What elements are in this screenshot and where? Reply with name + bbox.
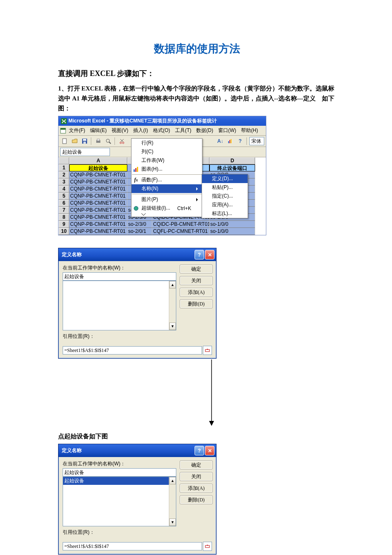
ref-input[interactable]: [63, 346, 202, 355]
ref-collapse-icon[interactable]: [203, 346, 212, 355]
insert-menu-function[interactable]: fx 函数(F)...: [131, 176, 202, 184]
print-icon[interactable]: [94, 137, 103, 146]
scroll-down-icon[interactable]: ▼: [169, 323, 176, 330]
menu-format[interactable]: 格式(O): [151, 127, 172, 134]
insert-menu-chart[interactable]: 图表(H)...: [131, 165, 202, 174]
font-selector[interactable]: 宋体: [249, 137, 264, 145]
column-header[interactable]: A: [69, 157, 127, 164]
svg-rect-18: [137, 167, 138, 172]
ref-label: 引用位置(R)：: [63, 333, 176, 340]
sort-asc-icon[interactable]: A↓: [216, 137, 225, 146]
cell[interactable]: CQIDC-PB-CMNET-RT01: [152, 221, 209, 228]
cell[interactable]: CQNP-PB-CMNET-RT01: [69, 207, 127, 214]
instruction-paragraph: 1、打开 EXCEL 表格，在第一行中输入每个字段的字段名，字段名（黄字部分）不…: [58, 83, 336, 113]
scrollbar[interactable]: ▲ ▼: [169, 477, 176, 526]
cell[interactable]: CQNP-PB-CMNET-RT01: [69, 228, 127, 235]
scroll-up-icon[interactable]: ▲: [169, 281, 176, 289]
cell[interactable]: so-2/3/0: [127, 221, 152, 228]
cell[interactable]: so-2/0/1: [127, 228, 152, 235]
insert-menu-cols[interactable]: 列(C): [131, 147, 202, 156]
delete-button[interactable]: 删除(D): [180, 495, 213, 504]
excel-window: Microsoft Excel - 重庆移动CMNET三期项目所涉及的设备标签统…: [58, 116, 266, 235]
name-submenu-define[interactable]: 定义(D)...: [202, 174, 248, 183]
menu-window[interactable]: 窗口(W): [216, 127, 238, 134]
insert-menu-worksheet[interactable]: 工作表(W): [131, 156, 202, 165]
cell[interactable]: so-1/0/0: [209, 221, 255, 228]
svg-rect-3: [63, 139, 66, 144]
cell[interactable]: CQNP-PB-CMNET-RT01: [69, 178, 127, 186]
names-listbox[interactable]: ▲ ▼: [63, 281, 176, 330]
svg-point-19: [134, 206, 138, 210]
menu-data[interactable]: 数据(D): [194, 127, 215, 134]
dialog-close-button[interactable]: ✕: [205, 446, 214, 455]
insert-menu-picture[interactable]: 图片(P): [131, 195, 202, 204]
new-icon[interactable]: [60, 137, 69, 146]
excel-app-icon: [61, 118, 67, 124]
header-cell[interactable]: 终止设备端口: [209, 164, 255, 171]
svg-rect-2: [61, 128, 66, 130]
header-cell[interactable]: 起始设备: [69, 164, 127, 171]
column-header[interactable]: D: [209, 157, 255, 164]
scroll-up-icon[interactable]: ▲: [169, 477, 176, 484]
insert-menu-expand-icon[interactable]: [131, 213, 202, 217]
name-input[interactable]: [63, 468, 176, 477]
menu-tools[interactable]: 工具(T): [173, 127, 193, 134]
chart-icon[interactable]: [226, 137, 235, 146]
menu-file[interactable]: 文件(F): [67, 127, 87, 134]
cell[interactable]: CQNP-PB-CMNET-RT01: [69, 171, 127, 178]
cell[interactable]: CQNP-PB-CMNET-RT01: [69, 200, 127, 207]
insert-menu-hyperlink[interactable]: 超级链接(I)... Ctrl+K: [131, 204, 202, 213]
insert-menu-rows[interactable]: 行(R): [131, 139, 202, 147]
excel-titlebar: Microsoft Excel - 重庆移动CMNET三期项目所涉及的设备标签统…: [58, 116, 266, 126]
dialog-close-button[interactable]: ✕: [205, 250, 214, 259]
add-button[interactable]: 添加(A): [180, 288, 213, 297]
name-input[interactable]: [63, 272, 176, 281]
name-submenu-label[interactable]: 标志(L)...: [202, 209, 248, 218]
name-submenu-apply[interactable]: 应用(A)...: [202, 200, 248, 209]
cell[interactable]: CQFL-PC-CMNET-RT01: [152, 228, 209, 235]
open-icon[interactable]: [70, 137, 79, 146]
cell[interactable]: CQNP-PB-CMNET-RT01: [69, 221, 127, 228]
name-submenu-create[interactable]: 指定(C)...: [202, 192, 248, 200]
svg-line-10: [109, 142, 111, 144]
svg-rect-14: [229, 140, 230, 143]
ok-button[interactable]: 确定: [180, 460, 213, 469]
delete-button[interactable]: 删除(D): [180, 299, 213, 308]
cell[interactable]: CQNP-PB-CMNET-RT01: [69, 186, 127, 193]
preview-icon[interactable]: [104, 137, 113, 146]
insert-menu-dropdown[interactable]: 行(R) 列(C) 工作表(W) 图表(H)... fx 函数(F)... 名称…: [131, 138, 202, 217]
cell[interactable]: so-1/0/0: [209, 228, 255, 235]
close-button[interactable]: 关闭: [180, 472, 213, 481]
name-submenu-paste[interactable]: 粘贴(P)...: [202, 183, 248, 192]
menu-insert[interactable]: 插入(I): [131, 127, 150, 134]
add-button[interactable]: 添加(A): [180, 484, 213, 493]
function-icon: fx: [133, 177, 139, 183]
ref-label: 引用位置(R)：: [63, 529, 176, 536]
dialog-titlebar: 定义名称 ? ✕: [58, 248, 216, 261]
dialog-help-button[interactable]: ?: [195, 250, 204, 259]
scroll-down-icon[interactable]: ▼: [169, 518, 176, 526]
list-item[interactable]: 起始设备: [63, 477, 176, 485]
menu-edit[interactable]: 编辑(E): [88, 127, 109, 134]
help-icon[interactable]: ?: [236, 137, 245, 146]
cell[interactable]: CQNP-PB-CMNET-RT01: [69, 193, 127, 200]
menu-view[interactable]: 视图(V): [110, 127, 130, 134]
save-icon[interactable]: [80, 137, 89, 146]
name-box[interactable]: 起始设备: [60, 148, 110, 156]
cut-icon[interactable]: [117, 137, 127, 146]
menu-help[interactable]: 帮助(H): [239, 127, 260, 134]
svg-rect-15: [231, 139, 231, 143]
cell[interactable]: CQNP-PB-CMNET-RT01: [69, 214, 127, 221]
insert-menu-name[interactable]: 名称(N): [131, 184, 202, 193]
scrollbar[interactable]: ▲ ▼: [169, 281, 176, 330]
svg-rect-20: [205, 350, 209, 352]
name-submenu-dropdown[interactable]: 定义(D)... 粘贴(P)... 指定(C)... 应用(A)... 标志(L…: [202, 174, 248, 218]
ref-collapse-icon[interactable]: [203, 542, 212, 551]
ok-button[interactable]: 确定: [180, 264, 213, 274]
dialog-help-button[interactable]: ?: [195, 446, 204, 455]
names-listbox[interactable]: 起始设备 ▲ ▼: [63, 477, 176, 526]
svg-rect-13: [228, 141, 229, 143]
ref-input[interactable]: [63, 542, 202, 550]
close-button[interactable]: 关闭: [180, 276, 213, 285]
svg-rect-8: [97, 139, 100, 141]
